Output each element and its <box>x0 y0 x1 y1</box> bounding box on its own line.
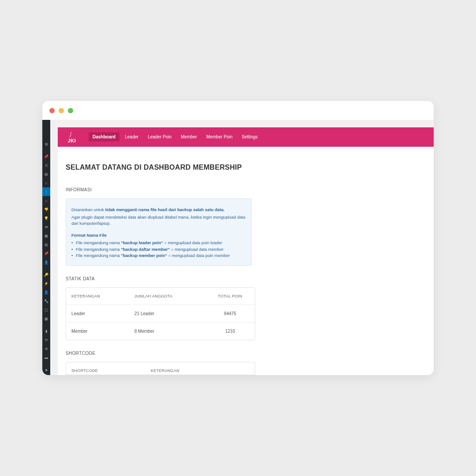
sidebar-item-generic-1[interactable]: ⌂ <box>42 196 50 205</box>
sidebar-item-tools[interactable]: 🔧 <box>42 297 50 305</box>
window-close-dot[interactable] <box>49 108 55 113</box>
td-poin: 94475 <box>205 305 255 322</box>
app-body: ⊞ 📌 ⎙ ▤ ⌂ 👤 ⌂ 👎 💡 ✉ ▦ ▤ 📌 👤 🔑 ⚡ 👤 🔧 ▢ ▦ … <box>42 120 434 375</box>
tab-leader[interactable]: Leader <box>121 132 142 141</box>
table-header-row: KETERANGAN JUMLAH ANGGOTA TOTAL POIN <box>66 288 255 305</box>
sidebar-item-generic-10[interactable]: ⊕ <box>42 344 50 353</box>
plugin-tabs: Dashboard Leader Leader Poin Member Memb… <box>89 132 262 141</box>
sidebar-item-comments[interactable]: ⌂ <box>42 178 50 187</box>
table-header-row: SHORTCODE KETERANGAN <box>66 362 255 375</box>
sidebar-item-generic-6[interactable]: 📌 <box>42 249 50 258</box>
section-informasi-title: INFORMASI <box>66 187 426 192</box>
sidebar-item-generic-5[interactable]: ▤ <box>42 240 50 249</box>
sidebar-item-pages[interactable]: ▤ <box>42 170 50 178</box>
static-data-table: KETERANGAN JUMLAH ANGGOTA TOTAL POIN Lea… <box>66 287 255 340</box>
svg-text:JKI: JKI <box>68 138 76 143</box>
sidebar-item-generic-2[interactable]: 👎 <box>42 205 50 214</box>
info-line1-prefix: Disarankan untuk <box>71 207 105 212</box>
sidebar-item-mail[interactable]: ✉ <box>42 223 50 231</box>
tab-member[interactable]: Member <box>177 132 201 141</box>
sidebar-item-dashboard[interactable]: ⊞ <box>42 140 50 149</box>
th-keterangan: KETERANGAN <box>66 288 129 305</box>
section-statik-title: STATIK DATA <box>66 276 426 281</box>
tab-leader-poin[interactable]: Leader Poin <box>144 132 175 141</box>
sidebar-item-generic-3[interactable]: 💡 <box>42 214 50 223</box>
app-window: ⊞ 📌 ⎙ ▤ ⌂ 👤 ⌂ 👎 💡 ✉ ▦ ▤ 📌 👤 🔑 ⚡ 👤 🔧 ▢ ▦ … <box>42 101 434 375</box>
table-row: Leader 21 Leader 94475 <box>66 305 255 322</box>
table-row: Member 8 Member 1210 <box>66 322 255 340</box>
sidebar-item-users[interactable]: 👤 <box>42 258 50 267</box>
sidebar-item-membership[interactable]: 👤 <box>42 187 50 196</box>
shortcode-table: SHORTCODE KETERANGAN <box>66 362 255 375</box>
sidebar-item-generic-4[interactable]: ▦ <box>42 231 50 240</box>
sidebar-item-users-2[interactable]: 👤 <box>42 288 50 297</box>
info-item-3: File mengandung nama "backup member poin… <box>71 253 246 259</box>
sidebar-item-settings[interactable]: ▢ <box>42 305 50 314</box>
sidebar-item-generic-7[interactable]: ▦ <box>42 314 50 323</box>
sidebar-item-plugins[interactable]: ⚡ <box>42 279 50 288</box>
logo: JKI <box>66 129 78 145</box>
sidebar-item-posts[interactable]: 📌 <box>42 152 50 161</box>
sidebar-item-appearance[interactable]: 🔑 <box>42 270 50 279</box>
info-line1-bold: tidak mengganti nama file hasil dari bac… <box>105 207 225 212</box>
section-shortcode-title: SHORTCODE <box>66 351 426 356</box>
info-item-2: File mengandung nama "backup daftar memb… <box>71 246 246 253</box>
td-jumlah: 21 Leader <box>129 305 205 322</box>
tab-dashboard[interactable]: Dashboard <box>89 132 119 141</box>
td-poin: 1210 <box>205 322 255 340</box>
content-inner: JKI Dashboard Leader Leader Poin Member … <box>58 127 434 375</box>
wp-admin-sidebar: ⊞ 📌 ⎙ ▤ ⌂ 👤 ⌂ 👎 💡 ✉ ▦ ▤ 📌 👤 🔑 ⚡ 👤 🔧 ▢ ▦ … <box>42 120 50 375</box>
td-ket: Leader <box>66 305 129 322</box>
sidebar-item-media[interactable]: ⎙ <box>42 161 50 170</box>
th-keterangan2: KETERANGAN <box>145 362 255 375</box>
info-item-1: File mengandung nama "backup leader poin… <box>71 240 246 246</box>
sidebar-item-generic-8[interactable]: ▮ <box>42 327 50 335</box>
window-minimize-dot[interactable] <box>59 108 64 113</box>
info-list: File mengandung nama "backup leader poin… <box>71 240 246 259</box>
th-poin: TOTAL POIN <box>205 288 255 305</box>
th-jumlah: JUMLAH ANGGOTA <box>129 288 205 305</box>
info-box: Disarankan untuk tidak mengganti nama fi… <box>66 198 252 266</box>
sidebar-item-generic-11[interactable]: ▬ <box>42 353 50 362</box>
main-content: SELAMAT DATANG DI DASHBOARD MEMBERSHIP I… <box>58 147 434 375</box>
td-jumlah: 8 Member <box>129 322 205 340</box>
td-ket: Member <box>66 322 129 340</box>
sidebar-item-generic-9[interactable]: ⟳ <box>42 335 50 344</box>
th-shortcode: SHORTCODE <box>66 362 145 375</box>
info-format-title: Format Nama File <box>71 233 107 238</box>
tab-member-poin[interactable]: Member Poin <box>202 132 236 141</box>
plugin-header: JKI Dashboard Leader Leader Poin Member … <box>58 127 434 147</box>
page-title: SELAMAT DATANG DI DASHBOARD MEMBERSHIP <box>66 164 426 171</box>
info-line2: Agar plugin dapat mendeteksi data akan d… <box>71 214 246 227</box>
window-titlebar <box>42 101 434 120</box>
window-maximize-dot[interactable] <box>68 108 73 113</box>
sidebar-item-collapse[interactable]: ◈ <box>42 365 50 374</box>
tab-settings[interactable]: Settings <box>238 132 261 141</box>
content-outer: JKI Dashboard Leader Leader Poin Member … <box>50 120 434 375</box>
